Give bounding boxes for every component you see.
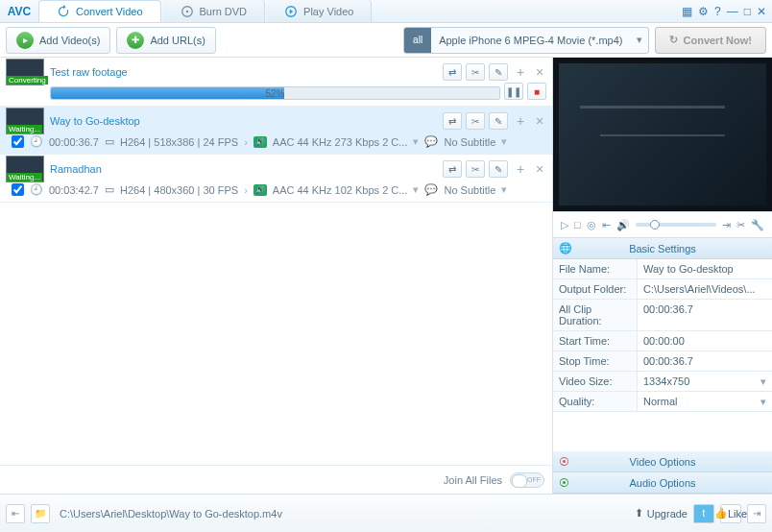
upgrade-link[interactable]: ⬆ Upgrade xyxy=(635,507,688,520)
file-item[interactable]: Waiting... Way to Go-desktop ⇄ ✂ ✎ + × 🕘… xyxy=(0,107,552,155)
play-circle-icon: ⦿ xyxy=(559,477,569,489)
audio-info[interactable]: AAC 44 KHz 102 Kbps 2 C... xyxy=(273,184,408,196)
next-icon[interactable]: ⇥ xyxy=(722,219,731,231)
button-label: Add URL(s) xyxy=(150,35,205,46)
collapse-right-icon[interactable]: ⇥ xyxy=(747,504,766,523)
wand-icon[interactable]: ✎ xyxy=(489,112,508,130)
stop-time-field[interactable]: 00:00:36.7 xyxy=(638,351,772,372)
chevron-down-icon[interactable]: ▾ xyxy=(413,135,419,148)
add-urls-button[interactable]: ✚ Add URL(s) xyxy=(116,27,215,54)
audio-on-icon: 🔊 xyxy=(253,184,267,196)
subtitle-info[interactable]: No Subtitle xyxy=(444,136,495,148)
start-time-field[interactable]: 00:00:00 xyxy=(638,331,772,351)
pause-button[interactable]: ❚❚ xyxy=(504,83,523,100)
refresh-arrow-icon: ↻ xyxy=(669,34,678,46)
audio-info[interactable]: AAC 44 KHz 273 Kbps 2 C... xyxy=(273,136,408,148)
file-title: Ramadhan xyxy=(50,163,437,175)
video-thumbnail: Waiting... xyxy=(6,108,44,134)
add-subitem-icon[interactable]: + xyxy=(514,64,527,80)
video-options-header[interactable]: ⦿ Video Options xyxy=(553,451,772,472)
tab-burn-dvd[interactable]: Burn DVD xyxy=(163,0,266,22)
add-videos-button[interactable]: ▸ Add Video(s) xyxy=(6,27,110,54)
progress-pct: 52% xyxy=(265,87,284,101)
swap-icon[interactable]: ⇄ xyxy=(443,112,462,130)
scissors-icon[interactable]: ✂ xyxy=(466,112,485,130)
stop-button[interactable]: ■ xyxy=(527,83,546,100)
convert-progress-bar: 52% xyxy=(50,86,500,100)
video-preview[interactable] xyxy=(553,58,772,211)
upgrade-label: Upgrade xyxy=(647,508,688,520)
basic-settings-header[interactable]: 🌐 Basic Settings xyxy=(553,238,772,259)
volume-icon[interactable]: 🔊 xyxy=(616,219,630,231)
add-subitem-icon[interactable]: + xyxy=(514,161,527,177)
file-name-field[interactable]: Way to Go-desktop xyxy=(638,259,772,279)
scissors-icon[interactable]: ✂ xyxy=(466,160,485,178)
status-badge: Converting xyxy=(7,76,48,85)
folder-icon[interactable]: 📁 xyxy=(31,504,50,523)
profile-label: Apple iPhone 6 MPEG-4 Movie (*.mp4) xyxy=(431,35,630,46)
remove-item-icon[interactable]: × xyxy=(533,64,546,80)
remove-item-icon[interactable]: × xyxy=(533,161,546,177)
chevron-down-icon: ▾ xyxy=(631,34,648,46)
chat-icon: 💬 xyxy=(424,183,438,196)
add-subitem-icon[interactable]: + xyxy=(514,113,527,129)
play-icon[interactable]: ▷ xyxy=(561,219,568,231)
volume-slider[interactable] xyxy=(636,223,716,227)
settings-grid: File Name: Way to Go-desktop Output Fold… xyxy=(553,259,772,412)
preview-controls: ▷ □ ◎ ⇤ 🔊 ⇥ ✂ 🔧 xyxy=(553,211,772,238)
wand-icon[interactable]: ✎ xyxy=(489,160,508,178)
chevron-down-icon[interactable]: ▾ xyxy=(501,135,507,148)
video-thumbnail: Waiting... xyxy=(6,156,44,182)
join-files-toggle[interactable]: OFF xyxy=(510,472,544,488)
setting-key: Output Folder: xyxy=(553,279,638,300)
file-item[interactable]: Waiting... Ramadhan ⇄ ✂ ✎ + × 🕘 00:03:42… xyxy=(0,155,552,203)
play-circle-icon xyxy=(284,5,298,18)
wrench-icon[interactable]: 🔧 xyxy=(751,219,764,231)
file-checkbox[interactable] xyxy=(12,183,24,196)
stop-square-icon[interactable]: □ xyxy=(574,219,581,230)
close-icon[interactable]: ✕ xyxy=(757,5,766,18)
menu-icon[interactable]: ▦ xyxy=(682,5,692,18)
chevron-down-icon[interactable]: ▾ xyxy=(501,183,507,196)
chevron-right-icon: › xyxy=(244,184,248,196)
maximize-icon[interactable]: □ xyxy=(744,5,751,18)
video-info: H264 | 518x386 | 24 FPS xyxy=(120,136,238,148)
file-item[interactable]: Converting Test raw footage ⇄ ✂ ✎ + × 52… xyxy=(0,58,552,107)
output-folder-field[interactable]: C:\Users\Ariel\Videos\... xyxy=(638,279,772,300)
clock-icon: 🕘 xyxy=(30,135,43,148)
file-checkbox[interactable] xyxy=(12,135,24,148)
scissors-icon[interactable]: ✂ xyxy=(466,63,485,81)
facebook-like-button[interactable]: 👍Like xyxy=(720,504,741,523)
help-icon[interactable]: ? xyxy=(714,5,721,18)
cut-icon[interactable]: ✂ xyxy=(736,219,745,231)
quality-select[interactable]: Normal xyxy=(638,392,772,412)
status-bar: ⇤ 📁 C:\Users\Ariel\Desktop\Way to Go-des… xyxy=(0,494,772,532)
clock-icon: 🕘 xyxy=(30,183,43,196)
swap-icon[interactable]: ⇄ xyxy=(443,160,462,178)
snapshot-icon[interactable]: ◎ xyxy=(587,219,596,231)
tab-convert-video[interactable]: Convert Video xyxy=(38,0,161,22)
status-badge: Waiting... xyxy=(7,125,42,133)
prev-icon[interactable]: ⇤ xyxy=(602,219,611,231)
output-profile-select[interactable]: all Apple iPhone 6 MPEG-4 Movie (*.mp4) … xyxy=(403,27,648,54)
tab-play-video[interactable]: Play Video xyxy=(267,0,372,22)
duration-value: 00:03:42.7 xyxy=(49,184,99,196)
svg-point-1 xyxy=(185,10,188,12)
swap-icon[interactable]: ⇄ xyxy=(443,63,462,81)
convert-now-button[interactable]: ↻ Convert Now! xyxy=(655,27,767,54)
chat-icon: 💬 xyxy=(424,135,438,148)
remove-item-icon[interactable]: × xyxy=(533,113,546,129)
settings-icon[interactable]: ⚙ xyxy=(698,5,709,18)
audio-options-header[interactable]: ⦿ Audio Options xyxy=(553,472,772,494)
collapse-left-icon[interactable]: ⇤ xyxy=(6,504,25,523)
like-label: Like xyxy=(728,508,747,520)
chevron-down-icon[interactable]: ▾ xyxy=(413,183,419,196)
all-clip-duration-value: 00:00:36.7 xyxy=(638,300,772,331)
file-title: Test raw footage xyxy=(50,66,437,78)
video-size-select[interactable]: 1334x750 xyxy=(638,372,772,392)
video-info: H264 | 480x360 | 30 FPS xyxy=(120,184,238,196)
minimize-icon[interactable]: — xyxy=(727,5,738,18)
wand-icon[interactable]: ✎ xyxy=(489,63,508,81)
subtitle-info[interactable]: No Subtitle xyxy=(444,184,495,196)
twitter-button[interactable]: t xyxy=(693,504,714,523)
